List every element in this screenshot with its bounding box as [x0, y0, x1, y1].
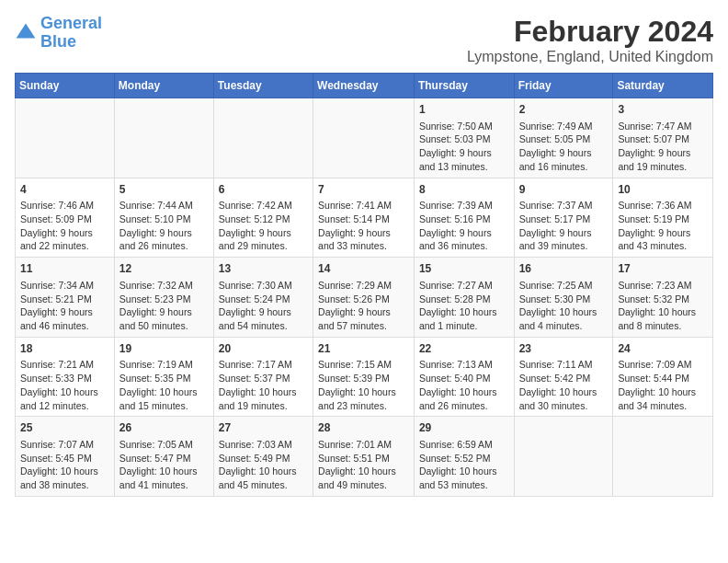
calendar-cell: 17Sunrise: 7:23 AM Sunset: 5:32 PM Dayli… [613, 258, 713, 338]
calendar-cell: 23Sunrise: 7:11 AM Sunset: 5:42 PM Dayli… [514, 337, 613, 417]
day-number: 15 [419, 261, 509, 277]
day-number: 14 [318, 261, 409, 277]
svg-marker-0 [17, 23, 36, 38]
cell-content: Sunrise: 7:11 AM Sunset: 5:42 PM Dayligh… [519, 358, 609, 412]
cell-content: Sunrise: 7:09 AM Sunset: 5:44 PM Dayligh… [618, 358, 708, 412]
weekday-header-thursday: Thursday [414, 74, 514, 98]
logo: General Blue [15, 15, 102, 52]
calendar-cell: 9Sunrise: 7:37 AM Sunset: 5:17 PM Daylig… [514, 178, 613, 258]
calendar-cell [213, 98, 313, 178]
calendar-cell: 12Sunrise: 7:32 AM Sunset: 5:23 PM Dayli… [114, 258, 213, 338]
calendar-cell: 4Sunrise: 7:46 AM Sunset: 5:09 PM Daylig… [16, 178, 115, 258]
cell-content: Sunrise: 7:39 AM Sunset: 5:16 PM Dayligh… [419, 199, 509, 253]
cell-content: Sunrise: 7:01 AM Sunset: 5:51 PM Dayligh… [318, 438, 409, 492]
day-number: 3 [618, 102, 708, 118]
day-number: 20 [219, 341, 308, 357]
calendar-cell: 28Sunrise: 7:01 AM Sunset: 5:51 PM Dayli… [313, 417, 415, 497]
calendar-cell: 10Sunrise: 7:36 AM Sunset: 5:19 PM Dayli… [613, 178, 713, 258]
logo-icon [15, 22, 37, 44]
day-number: 1 [419, 102, 509, 118]
day-number: 10 [618, 182, 708, 198]
calendar-cell: 14Sunrise: 7:29 AM Sunset: 5:26 PM Dayli… [313, 258, 415, 338]
logo-line2: Blue [40, 32, 76, 51]
calendar-cell: 26Sunrise: 7:05 AM Sunset: 5:47 PM Dayli… [114, 417, 213, 497]
day-number: 25 [20, 420, 109, 436]
cell-content: Sunrise: 7:42 AM Sunset: 5:12 PM Dayligh… [219, 199, 308, 253]
cell-content: Sunrise: 7:21 AM Sunset: 5:33 PM Dayligh… [20, 358, 109, 412]
weekday-header-sunday: Sunday [16, 74, 115, 98]
cell-content: Sunrise: 7:15 AM Sunset: 5:39 PM Dayligh… [318, 358, 409, 412]
calendar-cell: 20Sunrise: 7:17 AM Sunset: 5:37 PM Dayli… [213, 337, 313, 417]
cell-content: Sunrise: 7:47 AM Sunset: 5:07 PM Dayligh… [618, 120, 708, 174]
week-row-3: 11Sunrise: 7:34 AM Sunset: 5:21 PM Dayli… [16, 258, 713, 338]
weekday-header-monday: Monday [114, 74, 213, 98]
day-number: 26 [119, 420, 209, 436]
cell-content: Sunrise: 7:37 AM Sunset: 5:17 PM Dayligh… [519, 199, 609, 253]
subtitle: Lympstone, England, United Kingdom [467, 49, 713, 65]
day-number: 29 [419, 420, 509, 436]
cell-content: Sunrise: 7:13 AM Sunset: 5:40 PM Dayligh… [419, 358, 509, 412]
week-row-4: 18Sunrise: 7:21 AM Sunset: 5:33 PM Dayli… [16, 337, 713, 417]
calendar-cell: 7Sunrise: 7:41 AM Sunset: 5:14 PM Daylig… [313, 178, 415, 258]
day-number: 12 [119, 261, 209, 277]
main-title: February 2024 [467, 15, 713, 49]
weekday-header-friday: Friday [514, 74, 613, 98]
cell-content: Sunrise: 7:19 AM Sunset: 5:35 PM Dayligh… [119, 358, 209, 412]
day-number: 21 [318, 341, 409, 357]
calendar-cell: 8Sunrise: 7:39 AM Sunset: 5:16 PM Daylig… [414, 178, 514, 258]
calendar-cell: 13Sunrise: 7:30 AM Sunset: 5:24 PM Dayli… [213, 258, 313, 338]
day-number: 17 [618, 261, 708, 277]
calendar-cell: 24Sunrise: 7:09 AM Sunset: 5:44 PM Dayli… [613, 337, 713, 417]
day-number: 5 [119, 182, 209, 198]
cell-content: Sunrise: 7:34 AM Sunset: 5:21 PM Dayligh… [20, 279, 109, 333]
week-row-2: 4Sunrise: 7:46 AM Sunset: 5:09 PM Daylig… [16, 178, 713, 258]
cell-content: Sunrise: 7:17 AM Sunset: 5:37 PM Dayligh… [219, 358, 308, 412]
calendar-cell: 1Sunrise: 7:50 AM Sunset: 5:03 PM Daylig… [414, 98, 514, 178]
day-number: 13 [219, 261, 308, 277]
week-row-5: 25Sunrise: 7:07 AM Sunset: 5:45 PM Dayli… [16, 417, 713, 497]
cell-content: Sunrise: 7:44 AM Sunset: 5:10 PM Dayligh… [119, 199, 209, 253]
page-header: General Blue February 2024 Lympstone, En… [15, 15, 713, 65]
calendar-cell: 6Sunrise: 7:42 AM Sunset: 5:12 PM Daylig… [213, 178, 313, 258]
cell-content: Sunrise: 7:05 AM Sunset: 5:47 PM Dayligh… [119, 438, 209, 492]
calendar-cell: 27Sunrise: 7:03 AM Sunset: 5:49 PM Dayli… [213, 417, 313, 497]
weekday-header-tuesday: Tuesday [213, 74, 313, 98]
cell-content: Sunrise: 7:32 AM Sunset: 5:23 PM Dayligh… [119, 279, 209, 333]
calendar-cell [313, 98, 415, 178]
cell-content: Sunrise: 7:30 AM Sunset: 5:24 PM Dayligh… [219, 279, 308, 333]
cell-content: Sunrise: 7:07 AM Sunset: 5:45 PM Dayligh… [20, 438, 109, 492]
day-number: 28 [318, 420, 409, 436]
day-number: 2 [519, 102, 609, 118]
cell-content: Sunrise: 7:46 AM Sunset: 5:09 PM Dayligh… [20, 199, 109, 253]
day-number: 7 [318, 182, 409, 198]
title-block: February 2024 Lympstone, England, United… [467, 15, 713, 65]
cell-content: Sunrise: 7:50 AM Sunset: 5:03 PM Dayligh… [419, 120, 509, 174]
calendar-cell [16, 98, 115, 178]
calendar-cell [514, 417, 613, 497]
calendar-cell: 25Sunrise: 7:07 AM Sunset: 5:45 PM Dayli… [16, 417, 115, 497]
calendar-cell: 5Sunrise: 7:44 AM Sunset: 5:10 PM Daylig… [114, 178, 213, 258]
cell-content: Sunrise: 7:49 AM Sunset: 5:05 PM Dayligh… [519, 120, 609, 174]
calendar-cell: 19Sunrise: 7:19 AM Sunset: 5:35 PM Dayli… [114, 337, 213, 417]
cell-content: Sunrise: 7:41 AM Sunset: 5:14 PM Dayligh… [318, 199, 409, 253]
calendar-cell: 2Sunrise: 7:49 AM Sunset: 5:05 PM Daylig… [514, 98, 613, 178]
cell-content: Sunrise: 7:36 AM Sunset: 5:19 PM Dayligh… [618, 199, 708, 253]
weekday-header-row: SundayMondayTuesdayWednesdayThursdayFrid… [16, 74, 713, 98]
day-number: 9 [519, 182, 609, 198]
weekday-header-saturday: Saturday [613, 74, 713, 98]
calendar-cell: 29Sunrise: 6:59 AM Sunset: 5:52 PM Dayli… [414, 417, 514, 497]
calendar-cell [613, 417, 713, 497]
day-number: 22 [419, 341, 509, 357]
day-number: 4 [20, 182, 109, 198]
day-number: 24 [618, 341, 708, 357]
calendar-cell: 15Sunrise: 7:27 AM Sunset: 5:28 PM Dayli… [414, 258, 514, 338]
day-number: 6 [219, 182, 308, 198]
calendar-cell: 22Sunrise: 7:13 AM Sunset: 5:40 PM Dayli… [414, 337, 514, 417]
cell-content: Sunrise: 7:03 AM Sunset: 5:49 PM Dayligh… [219, 438, 308, 492]
calendar-cell: 16Sunrise: 7:25 AM Sunset: 5:30 PM Dayli… [514, 258, 613, 338]
calendar-cell: 11Sunrise: 7:34 AM Sunset: 5:21 PM Dayli… [16, 258, 115, 338]
calendar-cell: 18Sunrise: 7:21 AM Sunset: 5:33 PM Dayli… [16, 337, 115, 417]
day-number: 27 [219, 420, 308, 436]
day-number: 23 [519, 341, 609, 357]
calendar-cell: 21Sunrise: 7:15 AM Sunset: 5:39 PM Dayli… [313, 337, 415, 417]
